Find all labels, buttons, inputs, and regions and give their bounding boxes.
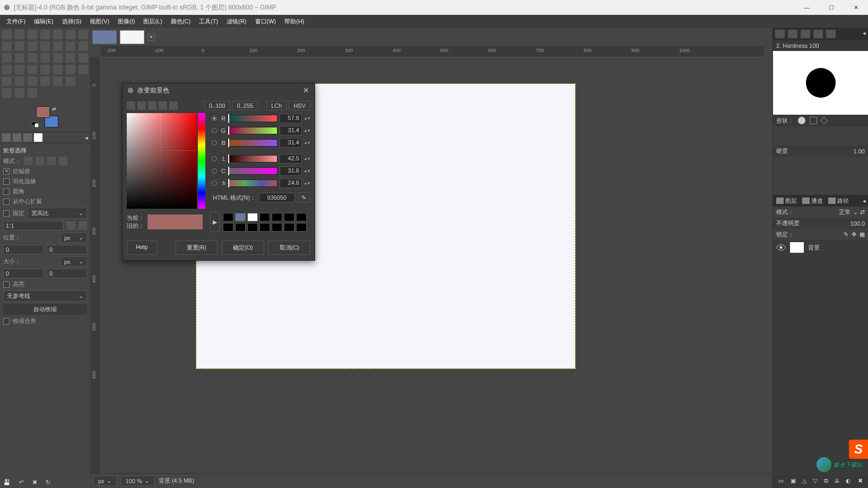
mode-switch-icon[interactable]: ⇄: [860, 209, 865, 216]
spinner-icon[interactable]: ▲▼: [304, 182, 310, 185]
landscape-icon[interactable]: [79, 221, 87, 230]
tool-icon[interactable]: [66, 41, 75, 51]
menu-help[interactable]: 帮助(H): [280, 18, 308, 25]
tool-icon[interactable]: [28, 65, 37, 74]
fonts-tab-icon[interactable]: [801, 30, 810, 38]
tool-icon[interactable]: [28, 41, 37, 51]
palette-selector-icon[interactable]: [169, 101, 178, 110]
delete-preset-icon[interactable]: ✖: [32, 479, 37, 486]
layer-name[interactable]: 背景: [808, 244, 820, 252]
h-value[interactable]: 24.6: [280, 178, 302, 188]
tool-icon[interactable]: [79, 65, 88, 74]
lch-button[interactable]: LCh: [266, 101, 287, 110]
g-radio[interactable]: [212, 128, 217, 133]
r-value[interactable]: 57.8: [280, 114, 302, 123]
layer-group-icon[interactable]: ▣: [791, 477, 796, 486]
b-value[interactable]: 31.4: [280, 138, 302, 148]
h-slider[interactable]: [228, 179, 277, 187]
chevron-down-icon[interactable]: ⌄: [853, 209, 858, 216]
tool-icon[interactable]: [66, 53, 75, 63]
tool-icon[interactable]: [40, 53, 50, 63]
color-field[interactable]: [127, 113, 197, 209]
hsv-button[interactable]: HSV: [289, 101, 310, 110]
tool-icon[interactable]: [53, 65, 63, 74]
shape-diamond-icon[interactable]: [820, 117, 828, 124]
menu-view[interactable]: 视图(V): [85, 18, 114, 25]
pos-y-input[interactable]: 0: [47, 245, 87, 254]
eyedropper-icon[interactable]: ✎: [298, 192, 310, 203]
zoom-select[interactable]: 100 %⌄: [121, 476, 154, 486]
tool-icon[interactable]: [40, 76, 50, 86]
c-slider[interactable]: [228, 167, 277, 175]
delete-layer-icon[interactable]: ✖: [858, 477, 863, 486]
tool-icon[interactable]: [28, 30, 37, 39]
autoshrink-button[interactable]: 自动收缩: [33, 305, 57, 313]
fg-color-swatch[interactable]: [36, 106, 50, 118]
tool-icon[interactable]: [53, 53, 63, 63]
watercolor-selector-icon[interactable]: [148, 101, 157, 110]
tool-icon[interactable]: [79, 30, 88, 39]
tool-icon[interactable]: [66, 76, 75, 86]
swap-colors-icon[interactable]: ⇄: [52, 106, 56, 112]
lock-alpha-icon[interactable]: ▦: [860, 231, 865, 238]
old-color-swatch[interactable]: [147, 222, 203, 229]
layer-row[interactable]: 背景: [773, 240, 868, 255]
tool-icon[interactable]: [79, 53, 88, 63]
tool-icon[interactable]: [28, 76, 37, 86]
minimize-button[interactable]: —: [795, 0, 819, 15]
paths-tab[interactable]: 路径: [827, 197, 850, 205]
history-swatch[interactable]: [272, 223, 282, 232]
tool-icon[interactable]: [2, 88, 12, 98]
scale-0-255-button[interactable]: 0..255: [232, 101, 258, 110]
size-unit-select[interactable]: px⌄: [60, 256, 87, 267]
g-slider[interactable]: [228, 127, 277, 134]
maximize-button[interactable]: ☐: [819, 0, 844, 15]
spinner-icon[interactable]: ▲▼: [304, 117, 310, 121]
reset-button[interactable]: 重置(R): [176, 241, 218, 255]
pos-x-input[interactable]: 0: [3, 245, 44, 254]
history-swatch[interactable]: [296, 223, 307, 232]
shape-circle-icon[interactable]: [798, 117, 805, 124]
tab-icon[interactable]: [23, 133, 32, 142]
r-slider[interactable]: [228, 115, 277, 122]
history-swatch[interactable]: [259, 223, 270, 232]
mask-icon[interactable]: ◐: [846, 477, 851, 486]
tab-icon[interactable]: [2, 133, 11, 142]
menu-filters[interactable]: 滤镜(R): [222, 18, 250, 25]
ruler-vertical[interactable]: 0 100 200 300 400 500 600: [90, 57, 101, 473]
tool-icon[interactable]: [66, 65, 75, 74]
image-tab[interactable]: [92, 30, 117, 44]
rounded-checkbox[interactable]: [3, 189, 10, 195]
spinner-icon[interactable]: ▲▼: [304, 157, 310, 161]
c-radio[interactable]: [212, 168, 217, 174]
image-tab-active[interactable]: [120, 30, 144, 44]
tab-menu-icon[interactable]: ◂: [85, 134, 88, 141]
tool-icon[interactable]: [53, 76, 63, 86]
size-y-input[interactable]: 0: [47, 269, 87, 278]
highlight-checkbox[interactable]: [3, 281, 10, 288]
ratio-input[interactable]: 1:1: [3, 221, 64, 230]
lock-pixels-icon[interactable]: ✎: [844, 231, 848, 238]
fg-bg-colors[interactable]: ⇄: [32, 106, 58, 127]
default-colors-icon[interactable]: [32, 122, 39, 127]
tool-icon[interactable]: [79, 41, 88, 51]
fixed-checkbox[interactable]: [3, 210, 10, 217]
restore-preset-icon[interactable]: ↶: [19, 479, 24, 486]
spinner-icon[interactable]: ▲▼: [304, 129, 310, 133]
feather-checkbox[interactable]: [3, 178, 10, 185]
fromcenter-checkbox[interactable]: [3, 199, 10, 205]
unit-select[interactable]: px⌄: [93, 476, 117, 486]
mode-subtract-icon[interactable]: [47, 157, 56, 165]
menu-colors[interactable]: 颜色(C): [167, 18, 195, 25]
h-radio[interactable]: [212, 181, 217, 186]
history-swatch[interactable]: [296, 213, 307, 221]
tool-icon[interactable]: [15, 76, 24, 86]
mode-intersect-icon[interactable]: [59, 157, 67, 165]
html-notation-input[interactable]: 935050: [259, 193, 295, 202]
tool-icon[interactable]: [53, 30, 63, 39]
history-swatch[interactable]: [272, 213, 282, 221]
menu-file[interactable]: 文件(F): [2, 18, 30, 25]
history-swatch[interactable]: [259, 213, 270, 221]
tool-icon[interactable]: [2, 53, 12, 63]
dialog-titlebar[interactable]: 改变前景色 ✕: [123, 83, 315, 97]
